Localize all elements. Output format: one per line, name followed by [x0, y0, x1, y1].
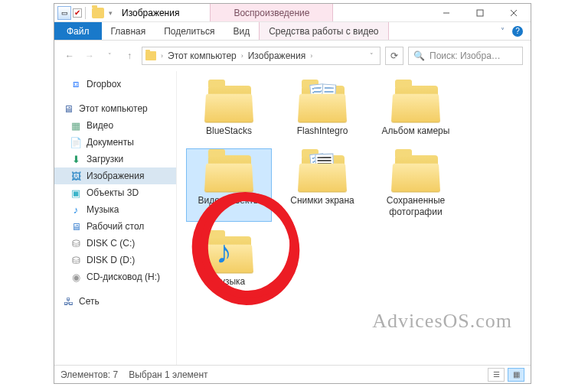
body: ⧈ Dropbox 🖥 Этот компьютер ▦ Видео 📄 Док…: [54, 71, 531, 365]
folder-icon: [145, 51, 156, 60]
chevron-right-icon[interactable]: ›: [159, 52, 165, 60]
nav-this-pc[interactable]: 🖥 Этот компьютер: [54, 100, 176, 117]
desktop-icon: 🖥: [70, 220, 82, 233]
nav-disk-c[interactable]: ⛁ DISK C (C:): [54, 235, 176, 252]
search-box[interactable]: 🔍 Поиск: Изобра…: [408, 47, 523, 65]
breadcrumb-pictures[interactable]: Изображения: [248, 50, 305, 61]
objects3d-icon: ▣: [70, 187, 82, 199]
nav-network[interactable]: 🖧 Сеть: [54, 293, 176, 310]
tab-share[interactable]: Поделиться: [155, 22, 224, 40]
nav-downloads[interactable]: ⬇ Загрузки: [54, 151, 176, 167]
status-selected: Выбран 1 элемент: [129, 369, 207, 380]
folder-icon: [202, 152, 256, 192]
ribbon-tabs: Файл Главная Поделиться Вид Средства раб…: [54, 22, 531, 41]
refresh-button[interactable]: ⟳: [385, 47, 403, 65]
tab-video-tools[interactable]: Средства работы с видео: [259, 22, 388, 40]
item-label: Музыка: [213, 276, 245, 288]
qat-dropdown-icon[interactable]: ▾: [109, 9, 113, 17]
items-grid: BlueStacks FlashIntegro Альбом камеры: [186, 79, 526, 291]
nav-label: Видео: [87, 120, 113, 131]
folder-icon: [389, 83, 443, 122]
status-count: Элементов: 7: [60, 369, 118, 380]
folder-icon: [296, 83, 349, 122]
search-icon: 🔍: [413, 50, 425, 61]
recent-dropdown[interactable]: ˅: [102, 48, 117, 63]
nav-3d-objects[interactable]: ▣ Объекты 3D: [54, 184, 176, 201]
cd-icon: ◉: [70, 271, 82, 283]
search-placeholder: Поиск: Изобра…: [430, 50, 518, 61]
breadcrumb-this-pc[interactable]: Этот компьютер: [168, 50, 237, 61]
window-title: Изображения: [116, 4, 179, 21]
ribbon-right: ˅ ?: [501, 22, 531, 40]
address-bar[interactable]: › Этот компьютер › Изображения › ˅: [142, 47, 381, 65]
item-label: FlashIntegro: [297, 125, 348, 137]
help-icon[interactable]: ?: [512, 26, 523, 37]
nav-desktop[interactable]: 🖥 Рабочий стол: [54, 218, 176, 235]
svg-rect-1: [477, 10, 483, 16]
address-bar-row: ← → ˅ ↑ › Этот компьютер › Изображения ›…: [54, 41, 531, 71]
forward-button[interactable]: →: [82, 48, 97, 63]
folder-saved-photos[interactable]: Сохраненные фотографии: [373, 148, 459, 222]
nav-music[interactable]: ♪ Музыка: [54, 201, 176, 218]
nav-cd-drive[interactable]: ◉ CD-дисковод (H:): [54, 268, 176, 285]
nav-label: Загрузки: [87, 154, 123, 164]
nav-label: Dropbox: [87, 79, 121, 89]
view-details-button[interactable]: ☰: [488, 368, 505, 382]
pinned-checkbox[interactable]: ✔: [73, 8, 82, 18]
chevron-right-icon[interactable]: ›: [309, 52, 314, 60]
close-icon: [510, 9, 518, 17]
explorer-icon[interactable]: ▭: [57, 6, 71, 20]
title-bar: ▭ ✔ ▾ Изображения Воспроизведение: [54, 4, 531, 22]
minimize-icon: [443, 9, 450, 17]
maximize-button[interactable]: [463, 4, 497, 21]
window-controls: [430, 4, 531, 21]
nav-pictures[interactable]: 🖼 Изображения: [54, 167, 176, 184]
item-label: BlueStacks: [206, 125, 252, 137]
folder-screenshots[interactable]: Снимки экрана: [279, 148, 365, 222]
up-button[interactable]: ↑: [122, 48, 137, 63]
folder-camera-album[interactable]: Альбом камеры: [373, 79, 459, 141]
folder-flashintegro[interactable]: FlashIntegro: [279, 79, 365, 141]
qat-separator: [85, 7, 86, 19]
explorer-window: ▭ ✔ ▾ Изображения Воспроизведение Файл Г…: [54, 3, 531, 384]
collapse-ribbon-icon[interactable]: ˅: [501, 27, 505, 35]
nav-documents[interactable]: 📄 Документы: [54, 134, 176, 151]
tab-view[interactable]: Вид: [224, 22, 259, 40]
download-icon: ⬇: [70, 153, 82, 165]
music-icon: ♪: [70, 203, 82, 216]
nav-disk-d[interactable]: ⛁ DISK D (D:): [54, 252, 176, 268]
folder-icon: [92, 8, 104, 18]
quick-access-toolbar: ▭ ✔ ▾: [54, 4, 116, 21]
nav-label: Рабочий стол: [87, 221, 144, 232]
address-dropdown-icon[interactable]: ˅: [370, 52, 377, 60]
pictures-icon: 🖼: [70, 170, 82, 182]
minimize-button[interactable]: [430, 4, 463, 21]
content-area[interactable]: BlueStacks FlashIntegro Альбом камеры: [177, 71, 531, 365]
network-icon: 🖧: [62, 295, 74, 307]
chevron-right-icon[interactable]: ›: [240, 52, 245, 60]
close-button[interactable]: [497, 4, 531, 21]
context-category-tab[interactable]: Воспроизведение: [210, 4, 333, 21]
computer-icon: 🖥: [62, 102, 74, 115]
nav-label: Музыка: [87, 204, 119, 215]
nav-dropbox[interactable]: ⧈ Dropbox: [54, 76, 176, 93]
nav-videos[interactable]: ▦ Видео: [54, 117, 176, 134]
nav-label: Изображения: [87, 171, 144, 181]
view-icons-button[interactable]: ▦: [508, 368, 524, 382]
disk-icon: ⛁: [70, 237, 82, 249]
dropbox-icon: ⧈: [70, 78, 82, 90]
navigation-pane[interactable]: ⧈ Dropbox 🖥 Этот компьютер ▦ Видео 📄 Док…: [54, 71, 177, 365]
document-icon: 📄: [70, 136, 82, 148]
folder-video-projects[interactable]: Видеопроекты: [186, 148, 272, 222]
tab-file[interactable]: Файл: [54, 22, 102, 40]
folder-bluestacks[interactable]: BlueStacks: [186, 79, 272, 141]
disk-icon: ⛁: [70, 254, 82, 266]
nav-label: Сеть: [79, 296, 100, 307]
tab-home[interactable]: Главная: [102, 22, 155, 40]
nav-label: Документы: [87, 137, 134, 148]
status-bar: Элементов: 7 Выбран 1 элемент ☰ ▦: [54, 365, 531, 383]
music-note-icon: ♪: [216, 236, 232, 268]
folder-music[interactable]: ♪ Музыка: [186, 229, 272, 291]
item-label: Видеопроекты: [198, 195, 260, 207]
back-button[interactable]: ←: [62, 48, 77, 63]
